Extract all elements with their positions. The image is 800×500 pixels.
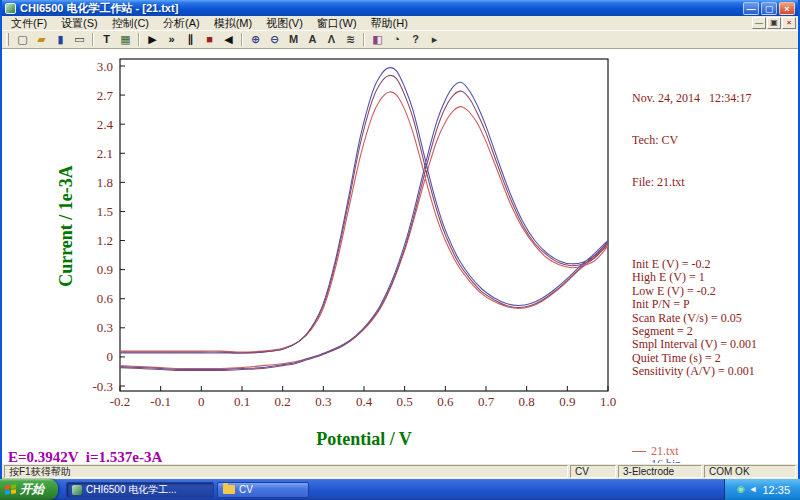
mdi-restore-button[interactable]: ▣ [767,17,781,29]
svg-text:0.3: 0.3 [97,320,113,335]
svg-text:0.3: 0.3 [315,394,331,409]
save-file-icon: ▮ [57,34,63,45]
auto-scale-icon: A [309,34,317,45]
menu-item-3[interactable]: 分析(A) [156,15,207,32]
continue-button[interactable]: » [162,32,181,48]
svg-text:0.8: 0.8 [519,394,535,409]
statusbar: 按F1获得帮助 CV3-ElectrodeCOM OK [2,463,798,479]
tray-icons: ◉◄ [737,485,758,494]
taskbar: 开始 CHI6500 电化学工...CV ◉◄ 12:35 [0,479,800,500]
help-button[interactable]: ? [406,32,425,48]
mdi-close-button[interactable]: × [782,17,796,29]
screen: CHI6500 电化学工作站 - [21.txt] — ▢ × 文件(F)设置(… [0,0,800,500]
start-button[interactable]: 开始 [0,479,58,500]
maximize-button[interactable]: ▢ [761,2,777,15]
zoom-out-button[interactable]: ⊖ [265,32,284,48]
info-panel: Nov. 24, 2014 12:34:17 Tech: CV File: 21… [632,63,796,463]
svg-text:0.7: 0.7 [478,394,495,409]
cursor-readout: E=0.3942V i=1.537e-3A [8,449,162,463]
auto-scale-button[interactable]: A [303,32,322,48]
menu-item-6[interactable]: 窗口(W) [310,15,364,32]
taskbar-window-1[interactable]: CV [217,482,309,498]
taskbar-window-0[interactable]: CHI6500 电化学工... [66,482,214,498]
close-button[interactable]: × [779,2,795,15]
clock: 12:35 [762,484,790,496]
pause-icon: ∥ [188,34,194,45]
datetime-text: Nov. 24, 2014 12:34:17 [632,91,796,105]
legend-label: 16.bin [651,458,681,463]
network-tray-icon[interactable]: ◉ [737,485,745,494]
toolbar: ▢▰▮▭T▦▶»∥■◀⊕⊖MAΛ≋◧◔?▸ [2,31,798,49]
peak-analysis-button[interactable]: Λ [322,32,341,48]
new-file-button[interactable]: ▢ [13,32,32,48]
svg-text:-0.2: -0.2 [110,394,131,409]
palette-button[interactable]: ◧ [368,32,387,48]
pointer-icon: ▸ [432,34,438,45]
text-tool-button[interactable]: T [97,32,116,48]
run-experiment-icon: ▶ [148,34,156,45]
status-panel-2: COM OK [704,465,796,478]
menu-item-2[interactable]: 控制(C) [105,15,156,32]
svg-text:0.9: 0.9 [559,394,575,409]
param-line-1: High E (V) = 1 [632,271,796,284]
legend-entry-21-txt: 21.txt [632,445,796,458]
folder-icon [223,485,235,494]
print-button[interactable]: ▭ [70,32,89,48]
menu-item-7[interactable]: 帮助(H) [364,15,415,32]
legend-line-swatch [632,451,646,452]
svg-text:0.2: 0.2 [275,394,291,409]
zoom-in-icon: ⊕ [251,34,260,45]
taskbar-window-label: CV [239,484,253,495]
open-file-button[interactable]: ▰ [32,32,51,48]
param-line-6: Smpl Interval (V) = 0.001 [632,338,796,351]
manual-scale-icon: M [289,34,298,45]
mdi-window-buttons: — ▣ × [752,17,796,29]
param-line-3: Init P/N = P [632,298,796,311]
peak-analysis-icon: Λ [328,34,335,45]
timer-icon: ◔ [393,34,400,45]
app-icon [5,3,16,14]
menu-item-1[interactable]: 设置(S) [54,15,105,32]
svg-text:1.5: 1.5 [97,204,113,219]
toolbar-separator [363,33,365,46]
legend: 21.txt16.bin11.bin [632,445,796,463]
stop-icon: ■ [206,34,213,45]
menu-item-4[interactable]: 模拟(M) [207,15,260,32]
manual-scale-button[interactable]: M [284,32,303,48]
overlay-plot-button[interactable]: ≋ [341,32,360,48]
plot-client-area: -0.2-0.100.10.20.30.40.50.60.70.80.91.03… [2,49,798,463]
svg-text:0.4: 0.4 [356,394,373,409]
help-icon: ? [412,34,419,45]
data-grid-button[interactable]: ▦ [116,32,135,48]
pointer-button[interactable]: ▸ [425,32,444,48]
menubar-items: 文件(F)设置(S)控制(C)分析(A)模拟(M)视图(V)窗口(W)帮助(H) [4,15,752,32]
stop-button[interactable]: ■ [200,32,219,48]
system-tray: ◉◄ 12:35 [724,479,800,500]
window-title: CHI6500 电化学工作站 - [21.txt] [20,1,741,16]
param-line-0: Init E (V) = -0.2 [632,258,796,271]
pause-button[interactable]: ∥ [181,32,200,48]
param-line-7: Quiet Time (s) = 2 [632,352,796,365]
reverse-scan-icon: ◀ [224,34,232,45]
minimize-button[interactable]: — [743,2,759,15]
svg-text:0.5: 0.5 [397,394,413,409]
mdi-minimize-button[interactable]: — [752,17,766,29]
svg-text:1.2: 1.2 [97,233,113,248]
svg-text:0: 0 [107,349,114,364]
taskbar-windows: CHI6500 电化学工...CV [66,479,309,500]
file-text: File: 21.txt [632,175,796,189]
timer-button[interactable]: ◔ [387,32,406,48]
menu-item-5[interactable]: 视图(V) [259,15,310,32]
menu-item-0[interactable]: 文件(F) [4,15,54,32]
run-experiment-button[interactable]: ▶ [143,32,162,48]
data-grid-icon: ▦ [120,34,130,45]
svg-text:2.7: 2.7 [97,88,114,103]
reverse-scan-button[interactable]: ◀ [219,32,238,48]
legend-label: 21.txt [651,445,679,458]
volume-tray-icon[interactable]: ◄ [749,485,758,494]
legend-entry-16-bin: 16.bin [632,458,796,463]
status-panel-0: CV [570,465,616,478]
zoom-in-button[interactable]: ⊕ [246,32,265,48]
svg-text:2.4: 2.4 [97,117,114,132]
save-file-button[interactable]: ▮ [51,32,70,48]
